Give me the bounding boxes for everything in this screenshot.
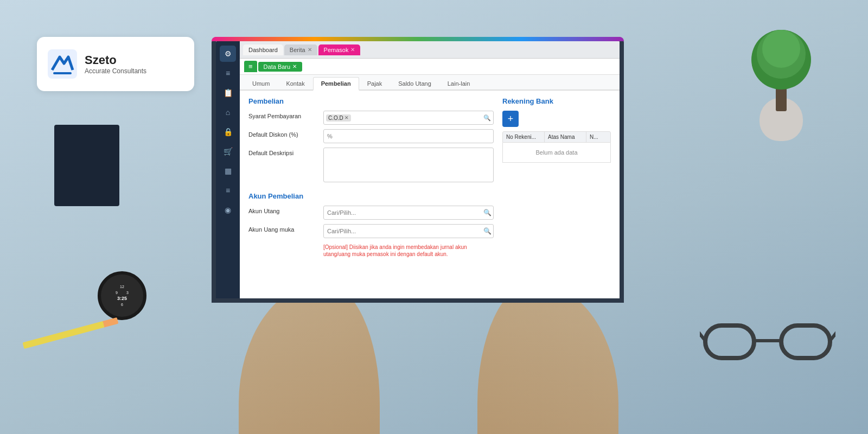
form-left: Pembelian Syarat Pembayaran C.O.D ✕ — [248, 97, 494, 292]
akun-utang-input[interactable] — [323, 206, 494, 220]
syarat-pembayaran-input-wrap: C.O.D ✕ 🔍 — [323, 111, 494, 125]
sidebar-icon-lock[interactable]: 🔒 — [220, 124, 236, 140]
top-color-bar — [212, 37, 624, 41]
sidebar-icon-report[interactable]: ≡ — [220, 182, 236, 199]
logo-text: Szeto Accurate Consultants — [85, 53, 146, 75]
akun-pembelian-title: Akun Pembelian — [248, 192, 494, 200]
akun-utang-label: Akun Utang — [248, 206, 319, 214]
content-tabs: Umum Kontak Pembelian Pajak Saldo Utang — [240, 75, 620, 91]
syarat-pembayaran-tag-input[interactable]: C.O.D ✕ 🔍 — [323, 111, 494, 125]
tab-umum[interactable]: Umum — [244, 77, 278, 90]
akun-utang-input-wrap: 🔍 — [323, 206, 494, 220]
sub-tab-data-baru[interactable]: Data Baru ✕ — [258, 62, 303, 72]
rekening-bank-title: Rekening Bank — [502, 97, 611, 105]
svg-line-3 — [700, 320, 705, 341]
tab-berita-close[interactable]: ✕ — [308, 47, 312, 53]
akun-uang-muka-label: Akun Uang muka — [248, 224, 319, 233]
laptop-screen: ⚙ ≡ 📋 ⌂ 🔒 🛒 ▦ ≡ ◉ Dashboard Berita — [212, 37, 624, 303]
default-deskripsi-input-wrap — [323, 148, 494, 184]
tab-pajak[interactable]: Pajak — [359, 77, 391, 90]
glasses-decor — [700, 315, 835, 380]
bank-col-atas-nama: Atas Nama — [545, 132, 586, 142]
akun-uang-muka-search-icon[interactable]: 🔍 — [483, 227, 492, 235]
syarat-pembayaran-row: Syarat Pembayaran C.O.D ✕ 🔍 — [248, 111, 494, 125]
bank-col-n: N... — [586, 132, 610, 142]
svg-line-4 — [830, 320, 835, 341]
add-bank-button[interactable]: + — [502, 111, 519, 127]
syarat-pembayaran-tag: C.O.D ✕ — [326, 114, 351, 122]
form-right: Rekening Bank + No Rekeni... Atas Nama N… — [502, 97, 611, 292]
tab-lain-lain[interactable]: Lain-lain — [439, 77, 478, 90]
logo-name: Szeto — [85, 53, 146, 67]
app-chrome: ⚙ ≡ 📋 ⌂ 🔒 🛒 ▦ ≡ ◉ Dashboard Berita — [216, 41, 620, 298]
optional-hint-spacer — [248, 242, 319, 245]
tab-pemasok-close[interactable]: ✕ — [350, 47, 355, 53]
bank-empty-text: Belum ada data — [502, 143, 611, 163]
sidebar-icon-cart[interactable]: 🛒 — [220, 143, 236, 159]
optional-hint-wrap: [Opsional] Diisikan jika anda ingin memb… — [323, 242, 494, 258]
tab-saldo-utang[interactable]: Saldo Utang — [390, 77, 439, 90]
plant-decor — [738, 33, 825, 141]
form-area: Pembelian Syarat Pembayaran C.O.D ✕ — [240, 91, 620, 298]
sidebar-icon-gear[interactable]: ⚙ — [220, 46, 236, 62]
akun-uang-muka-input[interactable] — [323, 224, 494, 238]
default-diskon-row: Default Diskon (%) — [248, 129, 494, 143]
sidebar-icon-document[interactable]: ≡ — [220, 65, 236, 81]
default-deskripsi-row: Default Deskripsi — [248, 148, 494, 184]
tab-pemasok[interactable]: Pemasok ✕ — [318, 44, 361, 55]
holder-box-decor — [54, 125, 119, 206]
browser-tabs: Dashboard Berita ✕ Pemasok ✕ — [240, 41, 620, 59]
bank-table-header: No Rekeni... Atas Nama N... — [502, 131, 611, 143]
sidebar-icon-file[interactable]: 📋 — [220, 85, 236, 101]
sub-tab-data-baru-label: Data Baru — [264, 63, 291, 70]
sidebar: ⚙ ≡ 📋 ⌂ 🔒 🛒 ▦ ≡ ◉ — [216, 41, 240, 298]
default-diskon-input-wrap — [323, 129, 494, 143]
tab-dashboard-label: Dashboard — [248, 47, 278, 53]
syarat-pembayaran-label: Syarat Pembayaran — [248, 111, 319, 119]
akun-uang-muka-input-wrap: 🔍 — [323, 224, 494, 238]
tab-pembelian[interactable]: Pembelian — [313, 77, 359, 91]
akun-utang-search-icon[interactable]: 🔍 — [483, 209, 492, 216]
akun-section-divider: Akun Pembelian — [248, 192, 494, 200]
default-deskripsi-textarea[interactable] — [323, 148, 494, 182]
optional-hint-text: [Opsional] Diisikan jika anda ingin memb… — [323, 244, 494, 258]
tab-kontak[interactable]: Kontak — [278, 77, 312, 90]
logo-card: Szeto Accurate Consultants — [37, 37, 194, 91]
laptop: ⚙ ≡ 📋 ⌂ 🔒 🛒 ▦ ≡ ◉ Dashboard Berita — [212, 37, 624, 303]
akun-utang-row: Akun Utang 🔍 — [248, 206, 494, 220]
sidebar-icon-user[interactable]: ◉ — [220, 202, 236, 218]
tab-pemasok-label: Pemasok — [324, 47, 349, 53]
logo-icon — [48, 49, 77, 79]
sub-tab-data-baru-close[interactable]: ✕ — [292, 63, 297, 69]
sub-tab-bar: ≡ Data Baru ✕ — [240, 59, 620, 75]
default-diskon-input[interactable] — [323, 129, 494, 143]
sub-tab-icon[interactable]: ≡ — [244, 61, 257, 72]
syarat-pembayaran-search-icon[interactable]: 🔍 — [483, 114, 491, 122]
optional-hint-row: [Opsional] Diisikan jika anda ingin memb… — [248, 242, 494, 258]
svg-rect-0 — [705, 326, 754, 358]
svg-rect-1 — [781, 326, 830, 358]
tab-berita-label: Berita — [290, 47, 305, 53]
sidebar-icon-home[interactable]: ⌂ — [220, 104, 236, 120]
main-area: Dashboard Berita ✕ Pemasok ✕ ≡ — [240, 41, 620, 298]
default-diskon-label: Default Diskon (%) — [248, 129, 319, 138]
default-deskripsi-label: Default Deskripsi — [248, 148, 319, 156]
bank-col-no-rekening: No Rekeni... — [503, 132, 545, 142]
tab-dashboard[interactable]: Dashboard — [243, 44, 283, 55]
sidebar-icon-box[interactable]: ▦ — [220, 163, 236, 179]
akun-uang-muka-row: Akun Uang muka 🔍 — [248, 224, 494, 238]
tab-berita[interactable]: Berita ✕ — [284, 44, 317, 55]
pembelian-section-title: Pembelian — [248, 97, 494, 105]
syarat-pembayaran-tag-remove[interactable]: ✕ — [344, 115, 349, 120]
logo-subtitle: Accurate Consultants — [85, 67, 146, 75]
rekening-bank-section: Rekening Bank + No Rekeni... Atas Nama N… — [502, 97, 611, 163]
